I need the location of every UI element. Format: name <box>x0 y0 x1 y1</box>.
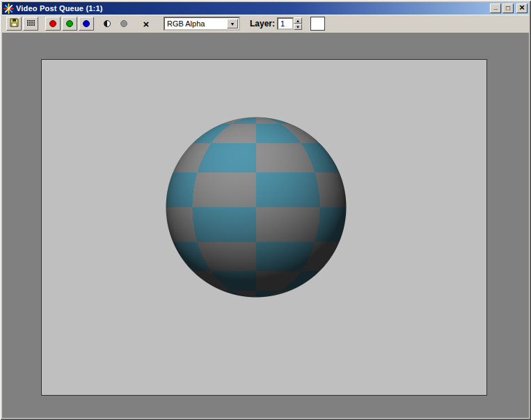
blue-channel-icon <box>83 20 90 27</box>
minimize-icon: _ <box>493 3 498 10</box>
layer-spin-down-button[interactable]: ▼ <box>294 24 302 30</box>
spin-down-icon: ▼ <box>296 25 300 29</box>
green-channel-button[interactable] <box>62 17 77 31</box>
spin-up-icon: ▲ <box>296 19 300 23</box>
floppy-disk-icon <box>9 17 19 31</box>
close-button[interactable]: × <box>516 3 528 13</box>
alpha-channel-icon <box>120 20 127 27</box>
window-title: Video Post Queue (1:1) <box>16 4 489 13</box>
channel-display-dropdown[interactable]: RGB Alpha ▼ <box>164 17 240 31</box>
render-framebuffer <box>41 59 487 396</box>
dotted-grid-icon <box>26 17 36 31</box>
red-channel-icon <box>49 20 56 27</box>
clone-button[interactable] <box>23 17 38 31</box>
save-image-button[interactable] <box>6 17 22 31</box>
red-channel-button[interactable] <box>45 17 61 31</box>
minimize-button[interactable]: _ <box>490 3 501 13</box>
half-filled-circle-icon <box>104 20 111 27</box>
render-starburst-icon <box>3 3 14 14</box>
layer-input[interactable] <box>277 17 294 30</box>
alpha-channel-button[interactable] <box>116 17 132 31</box>
video-post-queue-window: Video Post Queue (1:1) _ □ × <box>0 0 531 420</box>
chevron-down-icon: ▼ <box>230 22 235 26</box>
maximize-icon: □ <box>506 5 510 12</box>
title-bar[interactable]: Video Post Queue (1:1) _ □ × <box>2 2 529 15</box>
dropdown-button[interactable]: ▼ <box>227 19 238 29</box>
layer-spinner: ▲ ▼ <box>294 17 302 30</box>
green-channel-icon <box>66 20 73 27</box>
clear-button[interactable]: × <box>138 17 154 31</box>
viewport-background <box>2 33 529 418</box>
monochrome-button[interactable] <box>100 17 115 31</box>
clear-x-icon: × <box>143 19 150 29</box>
close-icon: × <box>519 4 525 11</box>
channel-display-value: RGB Alpha <box>165 19 227 28</box>
layer-spin-up-button[interactable]: ▲ <box>294 17 302 24</box>
blue-channel-button[interactable] <box>79 17 94 31</box>
toolbar: × RGB Alpha ▼ Layer: ▲ ▼ <box>2 15 529 33</box>
layer-label: Layer: <box>250 19 275 29</box>
rendered-sphere-canvas <box>165 116 347 298</box>
maximize-button[interactable]: □ <box>502 3 514 13</box>
background-color-swatch[interactable] <box>310 17 325 31</box>
